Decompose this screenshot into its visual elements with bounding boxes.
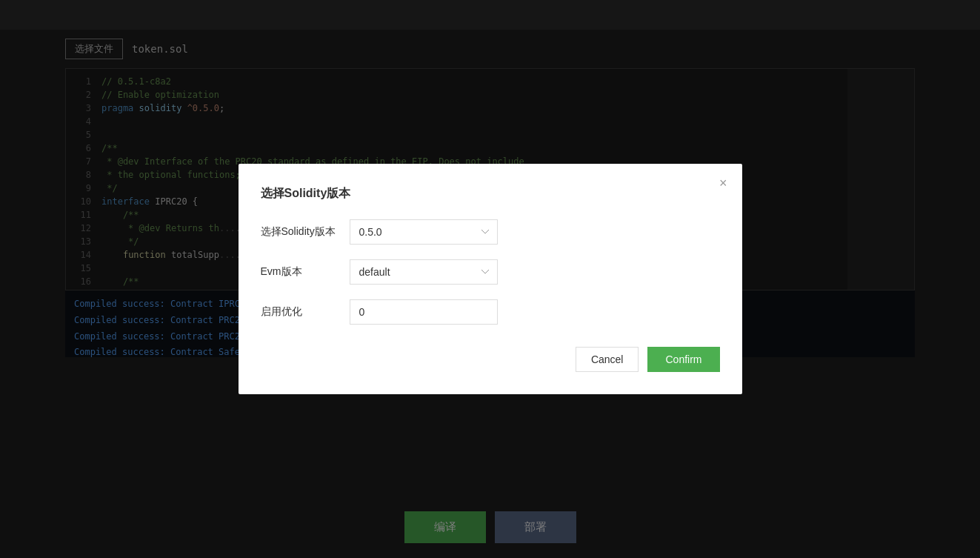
optimization-row: 启用优化 — [261, 299, 720, 325]
evm-version-select[interactable]: default istanbul berlin london — [350, 259, 498, 285]
solidity-version-select[interactable]: 0.5.0 0.5.1 0.6.0 0.7.0 0.8.0 — [350, 219, 498, 245]
solidity-version-row: 选择Solidity版本 0.5.0 0.5.1 0.6.0 0.7.0 0.8… — [261, 219, 720, 245]
confirm-button[interactable]: Confirm — [647, 347, 719, 372]
solidity-version-modal: 选择Solidity版本 × 选择Solidity版本 0.5.0 0.5.1 … — [239, 164, 742, 394]
modal-footer: Cancel Confirm — [261, 347, 720, 372]
evm-version-row: Evm版本 default istanbul berlin london — [261, 259, 720, 285]
modal-title: 选择Solidity版本 — [261, 186, 720, 202]
optimization-input[interactable] — [350, 299, 498, 325]
optimization-label: 启用优化 — [261, 305, 350, 319]
modal-close-button[interactable]: × — [719, 176, 727, 191]
modal-overlay: 选择Solidity版本 × 选择Solidity版本 0.5.0 0.5.1 … — [0, 0, 980, 558]
evm-version-label: Evm版本 — [261, 265, 350, 279]
solidity-version-label: 选择Solidity版本 — [261, 225, 350, 239]
cancel-button[interactable]: Cancel — [576, 347, 639, 372]
